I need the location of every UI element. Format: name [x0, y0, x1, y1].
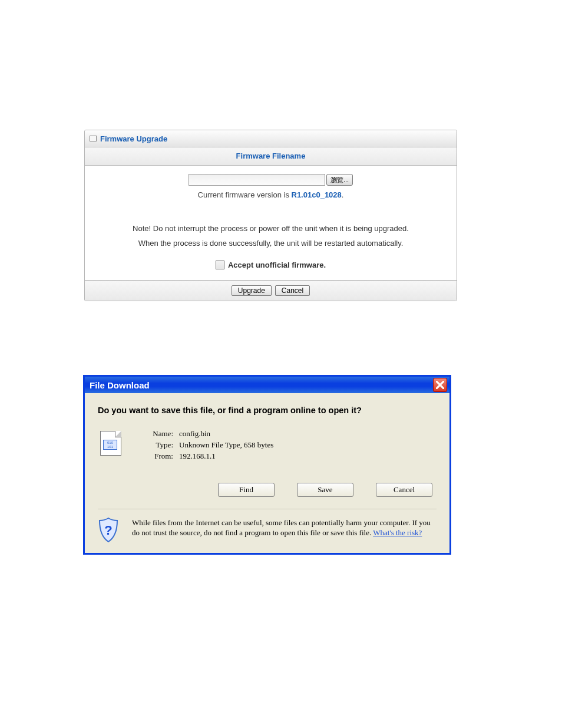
- close-icon: [436, 381, 444, 389]
- accept-unofficial-row: Accept unofficial firmware.: [92, 261, 449, 269]
- dialog-body: Do you want to save this file, or find a…: [85, 393, 449, 553]
- version-value: R1.01c0_1028: [292, 190, 342, 199]
- panel-footer: Upgrade Cancel: [85, 280, 457, 301]
- dialog-title-bar: File Download: [85, 377, 449, 393]
- svg-text:?: ?: [104, 523, 112, 538]
- whats-the-risk-link[interactable]: What's the risk?: [373, 528, 422, 537]
- version-prefix: Current firmware version is: [198, 190, 292, 199]
- accept-unofficial-label: Accept unofficial firmware.: [228, 261, 326, 269]
- dialog-warning-row: ? While files from the Internet can be u…: [98, 518, 437, 542]
- type-label: Type:: [139, 440, 179, 450]
- upgrade-button[interactable]: Upgrade: [232, 285, 272, 296]
- close-button[interactable]: [433, 378, 447, 392]
- dialog-button-row: Find Save Cancel: [218, 483, 437, 497]
- version-suffix: .: [342, 190, 344, 199]
- warning-note-1: Note! Do not interrupt the process or po…: [92, 224, 449, 233]
- firmware-file-input[interactable]: [189, 174, 325, 186]
- panel-icon: [90, 136, 97, 141]
- from-label: From:: [139, 452, 179, 461]
- dialog-warning-text: While files from the Internet can be use…: [132, 518, 437, 538]
- name-value: config.bin: [179, 429, 210, 439]
- file-info-row: 010101 Name: config.bin Type: Unknown Fi…: [98, 427, 437, 463]
- firmware-version-line: Current firmware version is R1.01c0_1028…: [92, 190, 449, 199]
- dialog-cancel-button[interactable]: Cancel: [376, 483, 432, 497]
- file-select-row: 瀏覽...: [92, 174, 449, 186]
- file-info-table: Name: config.bin Type: Unknown File Type…: [139, 427, 273, 463]
- panel-title-bar: Firmware Upgrade: [85, 130, 457, 147]
- file-icon-wrap: 010101: [98, 427, 124, 463]
- dialog-question: Do you want to save this file, or find a…: [98, 405, 437, 417]
- panel-subheader: Firmware Filename: [85, 147, 457, 166]
- panel-title-text: Firmware Upgrade: [100, 134, 167, 143]
- save-button[interactable]: Save: [297, 483, 353, 497]
- firmware-upgrade-panel: Firmware Upgrade Firmware Filename 瀏覽...…: [84, 130, 457, 301]
- type-value: Unknown File Type, 658 bytes: [179, 440, 273, 450]
- name-label: Name:: [139, 429, 179, 439]
- accept-unofficial-checkbox[interactable]: [216, 261, 224, 269]
- dialog-title-text: File Download: [90, 380, 150, 390]
- find-button[interactable]: Find: [218, 483, 275, 497]
- cancel-button[interactable]: Cancel: [275, 285, 310, 296]
- warning-note-2: When the process is done successfully, t…: [92, 239, 449, 248]
- browse-button[interactable]: 瀏覽...: [326, 174, 353, 186]
- from-value: 192.168.1.1: [179, 452, 216, 461]
- panel-body: 瀏覽... Current firmware version is R1.01c…: [85, 166, 457, 280]
- shield-icon: ?: [98, 518, 119, 542]
- dialog-divider: [98, 509, 437, 509]
- file-icon: 010101: [100, 431, 121, 456]
- file-download-dialog: File Download Do you want to save this f…: [83, 375, 451, 555]
